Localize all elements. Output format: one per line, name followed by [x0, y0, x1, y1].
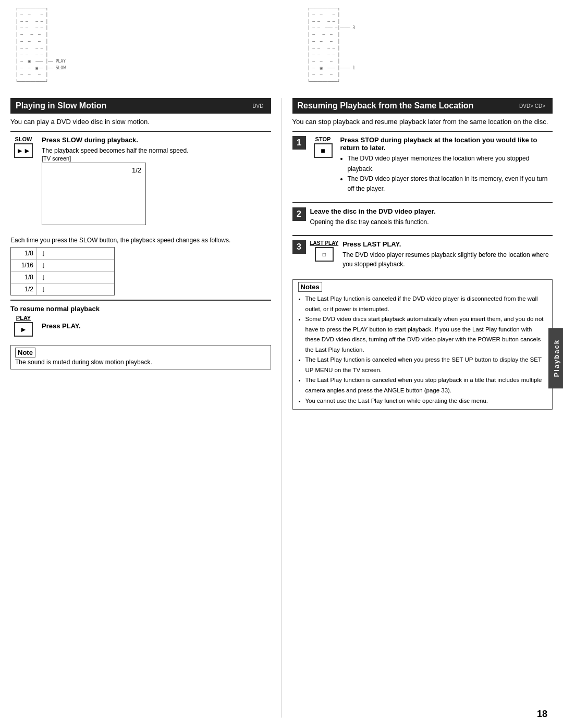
left-diagram: ┌───────────┐ │ ─ ─ ─ │ │ ─ ─ ─ ─ │ │ ─ …	[10, 5, 282, 94]
slow-step-title: Press SLOW during playback.	[42, 136, 271, 144]
left-intro: You can play a DVD video disc in slow mo…	[10, 118, 271, 126]
right-column: Resuming Playback from the Same Location…	[282, 98, 553, 718]
left-diagram-lines: ┌───────────┐ │ ─ ─ ─ │ │ ─ ─ ─ ─ │ │ ─ …	[10, 5, 282, 92]
page-number: 18	[537, 709, 547, 720]
note-title-text: Note	[15, 348, 35, 357]
right-dvd-cd-badge: DVD> CD>	[519, 103, 545, 109]
play-icon: ►	[20, 325, 27, 334]
lastplay-title: Press LAST PLAY.	[342, 240, 553, 248]
speed-value-2: 1/8	[11, 272, 37, 283]
leave-disc-desc: Opening the disc tray cancels this funct…	[310, 217, 553, 227]
resume-inner: PLAY ► Press PLAY.	[10, 315, 271, 337]
notes-item-3: The Last Play function is canceled when …	[305, 375, 547, 396]
notes-item-1: Some DVD video discs start playback auto…	[305, 314, 547, 355]
each-time-text: Each time you press the SLOW button, the…	[10, 237, 271, 244]
playback-tab: Playback	[548, 328, 563, 388]
notes-list: The Last Play function is canceled if th…	[305, 294, 547, 406]
right-intro: You can stop playback and resume playbac…	[292, 118, 553, 126]
right-diagram: ┌───────────┐ │ ─ ─ ─ │ │ ─ ─ ─ ─ │ │ ─ …	[282, 5, 553, 94]
speed-chart: 1/8 ↓ 1/16 ↓ 1/8 ↓ 1/2 ↓	[10, 247, 115, 295]
tv-screen-label: [TV screen]	[42, 155, 271, 162]
slow-step-desc: The playback speed becomes half the norm…	[42, 146, 271, 155]
note-text: The sound is muted during slow motion pl…	[15, 359, 266, 366]
notes-item-4: You cannot use the Last Play function wh…	[305, 396, 547, 406]
left-column: Playing in Slow Motion DVD You can play …	[10, 98, 282, 718]
step1-number: 1	[292, 136, 306, 150]
step2-number: 2	[292, 207, 306, 221]
notes-title-text: Notes	[298, 282, 322, 292]
lastplay-desc: The DVD video player resumes playback sl…	[342, 250, 553, 269]
stop-icon-group: STOP ■	[310, 136, 336, 158]
stop-icon-box: ■	[314, 143, 333, 158]
speed-row-3: 1/2 ↓	[11, 283, 114, 295]
stop-icon: ■	[321, 146, 325, 155]
lastplay-label: LAST PLAY	[310, 240, 339, 246]
lastplay-content: Press LAST PLAY. The DVD video player re…	[342, 240, 553, 269]
slow-step-content: Press SLOW during playback. The playback…	[42, 136, 271, 229]
leave-disc-step-block: 2 Leave the disc in the DVD video player…	[292, 202, 553, 232]
resume-title: To resume normal playback	[10, 305, 271, 313]
top-diagrams: ┌───────────┐ │ ─ ─ ─ │ │ ─ ─ ─ ─ │ │ ─ …	[10, 5, 553, 94]
right-section-title: Resuming Playback from the Same Location	[298, 101, 474, 110]
play-icon-group: PLAY ►	[10, 315, 36, 337]
speed-row-1: 1/16 ↓	[11, 260, 114, 272]
speed-arrow-1: ↓	[37, 260, 50, 271]
speed-arrow-2: ↓	[37, 272, 50, 283]
speed-row-0: 1/8 ↓	[11, 248, 114, 260]
stop-bullet-1: The DVD video player stores that locatio…	[348, 174, 553, 194]
slow-icon-box: ►►	[14, 143, 33, 158]
slow-label: SLOW	[15, 136, 32, 142]
notes-item-0: The Last Play function is canceled if th…	[305, 294, 547, 314]
stop-label: STOP	[315, 136, 331, 142]
tv-screen-value: 1/2	[132, 166, 141, 174]
press-play-text: Press PLAY.	[42, 322, 81, 330]
note-title: Note	[15, 349, 266, 356]
speed-arrow-3: ↓	[37, 283, 50, 295]
notes-item-2: The Last Play function is canceled when …	[305, 355, 547, 375]
leave-disc-content: Leave the disc in the DVD video player. …	[310, 207, 553, 227]
stop-step-title: Press STOP during playback at the locati…	[340, 136, 553, 152]
left-section-title: Playing in Slow Motion	[16, 101, 106, 110]
slow-step-block: SLOW ►► Press SLOW during playback. The …	[10, 131, 271, 233]
lastplay-icon-box: □	[315, 247, 334, 262]
stop-step-desc: The DVD video player memorizes the locat…	[340, 154, 553, 194]
slow-icon: ►►	[16, 146, 31, 155]
left-dvd-badge: DVD	[252, 103, 263, 109]
play-label: PLAY	[16, 315, 31, 321]
resume-block: To resume normal playback PLAY ► Press P…	[10, 300, 271, 341]
stop-step-content: Press STOP during playback at the locati…	[340, 136, 553, 194]
lastplay-icon: □	[323, 252, 326, 257]
play-icon-box: ►	[14, 322, 33, 337]
tv-screen-box: 1/2	[42, 163, 146, 225]
right-section-header: Resuming Playback from the Same Location…	[292, 98, 553, 114]
speed-value-1: 1/16	[11, 260, 37, 271]
stop-bullet-0: The DVD video player memorizes the locat…	[348, 154, 553, 174]
speed-row-2: 1/8 ↓	[11, 272, 114, 283]
speed-value-0: 1/8	[11, 248, 37, 259]
step3-number: 3	[292, 240, 306, 254]
lastplay-icon-group: LAST PLAY □	[310, 240, 339, 262]
stop-step-block: 1 STOP ■ Press STOP during playback at t…	[292, 131, 553, 199]
left-section-header: Playing in Slow Motion DVD	[10, 98, 271, 114]
speed-arrow-0: ↓	[37, 248, 50, 259]
speed-value-3: 1/2	[11, 283, 37, 295]
right-diagram-lines: ┌───────────┐ │ ─ ─ ─ │ │ ─ ─ ─ ─ │ │ ─ …	[282, 5, 553, 92]
notes-right-title: Notes	[298, 283, 547, 291]
slow-icon-group: SLOW ►►	[10, 136, 36, 158]
leave-disc-title: Leave the disc in the DVD video player.	[310, 207, 553, 215]
notes-right-box: Notes The Last Play function is canceled…	[292, 279, 553, 410]
note-box: Note The sound is muted during slow moti…	[10, 345, 271, 369]
lastplay-step-block: 3 LAST PLAY □ Press LAST PLAY. The DVD v…	[292, 235, 553, 274]
